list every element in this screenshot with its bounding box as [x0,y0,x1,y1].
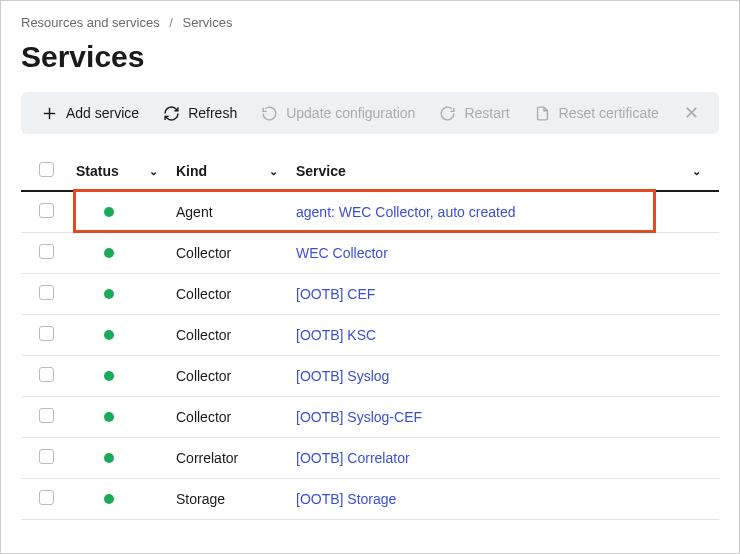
kind-cell: Collector [176,274,296,315]
row-checkbox[interactable] [39,203,54,218]
kind-cell: Agent [176,191,296,233]
chevron-down-icon: ⌄ [692,165,701,178]
update-icon [261,105,278,122]
kind-cell: Collector [176,397,296,438]
table-row[interactable]: Storage[OOTB] Storage [21,479,719,520]
service-link[interactable]: [OOTB] Storage [296,491,396,507]
service-link[interactable]: [OOTB] Correlator [296,450,410,466]
status-indicator-icon [104,412,114,422]
row-checkbox[interactable] [39,408,54,423]
restart-label: Restart [464,105,509,121]
select-all-checkbox[interactable] [39,162,54,177]
toolbar: Add service Refresh Update configuration… [21,92,719,134]
column-header-kind-label: Kind [176,163,207,179]
kind-cell: Collector [176,315,296,356]
row-checkbox[interactable] [39,326,54,341]
table-row[interactable]: Correlator[OOTB] Correlator [21,438,719,479]
column-header-checkbox [21,152,76,191]
restart-button[interactable]: Restart [439,105,509,122]
status-indicator-icon [104,289,114,299]
table-row[interactable]: Agentagent: WEC Collector, auto created [21,191,719,233]
add-service-button[interactable]: Add service [41,105,139,122]
table-row[interactable]: Collector[OOTB] Syslog-CEF [21,397,719,438]
breadcrumb-separator: / [169,15,173,30]
certificate-icon [534,105,551,122]
column-header-service-label: Service [296,163,346,179]
breadcrumb: Resources and services / Services [21,15,719,30]
kind-cell: Correlator [176,438,296,479]
service-link[interactable]: WEC Collector [296,245,388,261]
chevron-down-icon: ⌄ [269,165,278,178]
plus-icon [41,105,58,122]
breadcrumb-current: Services [183,15,233,30]
row-checkbox[interactable] [39,285,54,300]
service-link[interactable]: [OOTB] CEF [296,286,375,302]
row-checkbox[interactable] [39,449,54,464]
refresh-button[interactable]: Refresh [163,105,237,122]
refresh-label: Refresh [188,105,237,121]
update-configuration-button[interactable]: Update configuration [261,105,415,122]
update-configuration-label: Update configuration [286,105,415,121]
status-indicator-icon [104,330,114,340]
row-checkbox[interactable] [39,367,54,382]
kind-cell: Storage [176,479,296,520]
reset-certificate-button[interactable]: Reset certificate [534,105,659,122]
refresh-icon [163,105,180,122]
status-indicator-icon [104,248,114,258]
services-table: Status⌄ Kind⌄ Service⌄ Agentagent: WEC C… [21,152,719,520]
table-row[interactable]: Collector[OOTB] KSC [21,315,719,356]
column-header-status-label: Status [76,163,119,179]
breadcrumb-root[interactable]: Resources and services [21,15,160,30]
service-link[interactable]: [OOTB] Syslog [296,368,389,384]
service-link[interactable]: agent: WEC Collector, auto created [296,204,515,220]
table-row[interactable]: Collector[OOTB] CEF [21,274,719,315]
add-service-label: Add service [66,105,139,121]
row-checkbox[interactable] [39,244,54,259]
kind-cell: Collector [176,356,296,397]
service-link[interactable]: [OOTB] Syslog-CEF [296,409,422,425]
restart-icon [439,105,456,122]
column-header-status[interactable]: Status⌄ [76,152,176,191]
chevron-down-icon: ⌄ [149,165,158,178]
column-header-kind[interactable]: Kind⌄ [176,152,296,191]
close-icon[interactable]: ✕ [684,102,699,124]
page-title: Services [21,40,719,74]
status-indicator-icon [104,371,114,381]
table-row[interactable]: CollectorWEC Collector [21,233,719,274]
service-link[interactable]: [OOTB] KSC [296,327,376,343]
kind-cell: Collector [176,233,296,274]
status-indicator-icon [104,453,114,463]
table-row[interactable]: Collector[OOTB] Syslog [21,356,719,397]
status-indicator-icon [104,494,114,504]
row-checkbox[interactable] [39,490,54,505]
reset-certificate-label: Reset certificate [559,105,659,121]
column-header-service[interactable]: Service⌄ [296,152,719,191]
status-indicator-icon [104,207,114,217]
